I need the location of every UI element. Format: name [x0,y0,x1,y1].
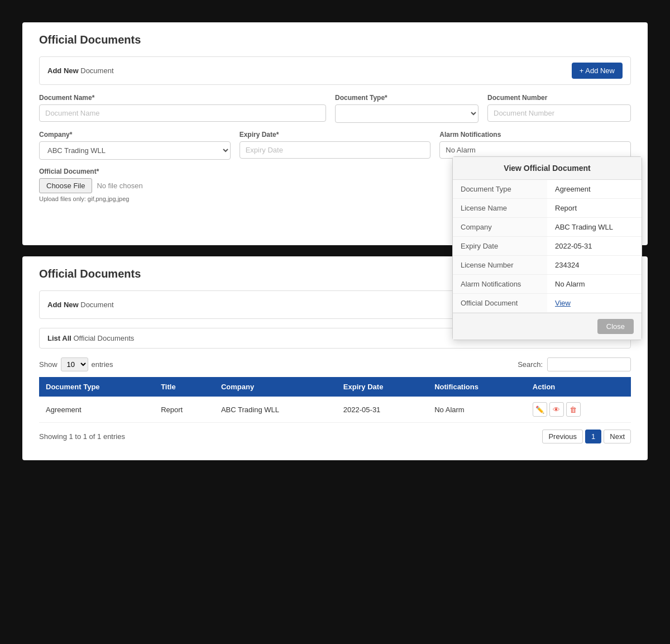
table-cell: 2022-05-31 [337,397,428,423]
table-row: AgreementReportABC Trading WLL2022-05-31… [39,397,631,423]
pagination-row: Showing 1 to 1 of 1 entries Previous 1 N… [39,430,631,443]
page-1-button[interactable]: 1 [585,430,601,443]
table-cell: No Alarm [428,397,526,423]
modal-row-label: Alarm Notifications [453,275,547,294]
next-page-button[interactable]: Next [604,430,631,443]
alarm-label: Alarm Notifications [439,131,631,139]
expiry-label: Expiry Date* [240,131,431,139]
doc-name-input[interactable] [39,104,326,122]
table-header: Document TypeTitleCompanyExpiry DateNoti… [39,377,631,397]
modal-row: License NameReport [453,199,642,218]
showing-text: Showing 1 to 1 of 1 entries [39,432,125,441]
edit-button[interactable]: ✏️ [533,402,547,417]
table-controls: Show 10 25 50 entries Search: [39,357,631,371]
company-label: Company* [39,131,231,139]
view-button[interactable]: 👁 [549,402,564,417]
view-document-modal: View Official Document Document TypeAgre… [452,156,642,340]
table-cell: Report [154,397,214,423]
modal-row: Document TypeAgreement [453,180,642,199]
show-entries: Show 10 25 50 entries [39,357,113,371]
action-cell: ✏️ 👁 🗑 [526,397,631,423]
view-document-link[interactable]: View [555,299,571,307]
show-label: Show [39,360,58,369]
modal-footer: Close [453,313,642,340]
modal-row-label: License Number [453,256,547,275]
list-section-label: List All Official Documents [47,334,134,342]
modal-row-label: License Name [453,199,547,218]
search-input[interactable] [547,357,631,371]
modal-table: Document TypeAgreementLicense NameReport… [453,180,642,313]
table-header-cell: Company [214,377,337,397]
modal-row-label: Official Document [453,294,547,313]
modal-row-label: Expiry Date [453,237,547,256]
modal-row-value: 2022-05-31 [547,237,642,256]
table-header-cell: Action [526,377,631,397]
doc-name-label: Document Name* [39,94,326,102]
modal-row-value: Report [547,199,642,218]
table-header-cell: Expiry Date [337,377,428,397]
top-panel-wrapper: Official Documents Add New Document + Ad… [17,17,653,251]
alarm-group: Alarm Notifications [439,131,631,160]
company-group: Company* ABC Trading WLL [39,131,231,160]
add-new-button[interactable]: + Add New [572,63,623,79]
table-header-cell: Title [154,377,214,397]
modal-row-value: No Alarm [547,275,642,294]
table-header-cell: Document Type [39,377,154,397]
modal-row-value: ABC Trading WLL [547,218,642,237]
modal-row-label: Document Type [453,180,547,199]
delete-button[interactable]: 🗑 [566,402,581,417]
table-cell: ABC Trading WLL [214,397,337,423]
modal-row: License Number234324 [453,256,642,275]
modal-row-value: 234324 [547,256,642,275]
doc-number-label: Document Number [487,94,631,102]
expiry-input[interactable] [240,141,431,159]
action-icons: ✏️ 👁 🗑 [533,402,624,417]
doc-type-select[interactable]: Agreement License [335,104,478,123]
close-modal-button[interactable]: Close [597,319,634,334]
pagination-controls: Previous 1 Next [542,430,631,443]
doc-number-input[interactable] [487,104,631,122]
search-box: Search: [518,357,631,371]
modal-title: View Official Document [453,157,642,180]
doc-number-group: Document Number [487,94,631,123]
form-row-2: Company* ABC Trading WLL Expiry Date* Al… [39,131,631,160]
add-new-label: Add New Document [47,66,114,75]
documents-table: Document TypeTitleCompanyExpiry DateNoti… [39,377,631,423]
company-select[interactable]: ABC Trading WLL [39,141,231,160]
bottom-add-new-label: Add New Document [47,300,114,309]
expiry-group: Expiry Date* [240,131,431,160]
modal-row-value: Agreement [547,180,642,199]
top-panel-title: Official Documents [39,34,631,46]
form-row-1: Document Name* Document Type* Agreement … [39,94,631,123]
entries-select[interactable]: 10 25 50 [61,357,88,371]
table-cell: Agreement [39,397,154,423]
table-body: AgreementReportABC Trading WLL2022-05-31… [39,397,631,423]
choose-file-button[interactable]: Choose File [39,178,92,193]
doc-type-label: Document Type* [335,94,478,102]
doc-name-group: Document Name* [39,94,326,123]
modal-row-value[interactable]: View [547,294,642,313]
modal-row: Official DocumentView [453,294,642,313]
file-name-text: No file chosen [97,182,142,190]
prev-page-button[interactable]: Previous [542,430,583,443]
modal-row: Alarm NotificationsNo Alarm [453,275,642,294]
screenshot-wrapper: Official Documents Add New Document + Ad… [17,17,653,466]
modal-row: CompanyABC Trading WLL [453,218,642,237]
modal-row-label: Company [453,218,547,237]
doc-type-group: Document Type* Agreement License [335,94,478,123]
modal-row: Expiry Date2022-05-31 [453,237,642,256]
entries-label: entries [92,360,113,369]
search-label: Search: [518,360,543,369]
add-new-section-header: Add New Document + Add New [39,56,631,85]
table-header-cell: Notifications [428,377,526,397]
